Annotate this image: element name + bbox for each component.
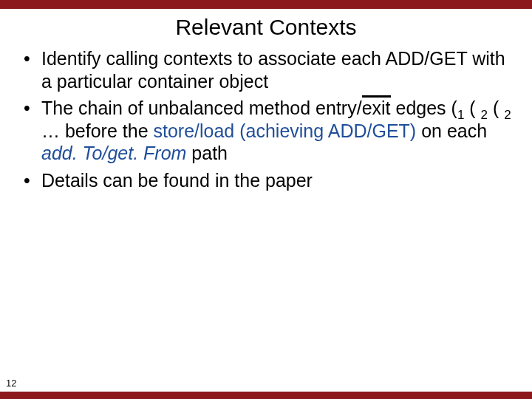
bullet-list: Identify calling contexts to associate e… (21, 47, 519, 191)
slide: Relevant Contexts Identify calling conte… (0, 0, 532, 399)
bullet-2-dots: … before the (41, 120, 153, 141)
content-area: Identify calling contexts to associate e… (0, 47, 532, 191)
highlight-store-load: store/load (achieving ADD/GET) (153, 120, 416, 141)
bullet-2-mid1: edges ( (391, 98, 457, 118)
bullet-3: Details can be found in the paper (21, 169, 519, 192)
bullet-2: The chain of unbalanced method entry/exi… (21, 97, 519, 165)
top-bar (0, 0, 532, 9)
highlight-addto-getfrom: add. To/get. From (41, 143, 186, 163)
bullet-3-text: Details can be found in the paper (41, 170, 313, 191)
bullet-2-paren2: ( (464, 98, 480, 118)
sub-3: 2 (504, 108, 511, 122)
overline-bar (362, 95, 391, 98)
page-number: 12 (6, 378, 16, 389)
bullet-1-text: Identify calling contexts to associate e… (41, 48, 505, 92)
slide-title: Relevant Contexts (0, 15, 532, 40)
bullet-2-pre: The chain of unbalanced method entry/ (41, 98, 362, 118)
overline-wrap: exit (362, 97, 391, 120)
bullet-2-over: exit (362, 98, 391, 118)
bottom-bar (0, 392, 532, 399)
bullet-2-mid2: on each (416, 120, 487, 141)
bullet-2-tail: path (186, 143, 228, 163)
bullet-1: Identify calling contexts to associate e… (21, 47, 519, 92)
bullet-2-paren3: ( (488, 98, 504, 118)
